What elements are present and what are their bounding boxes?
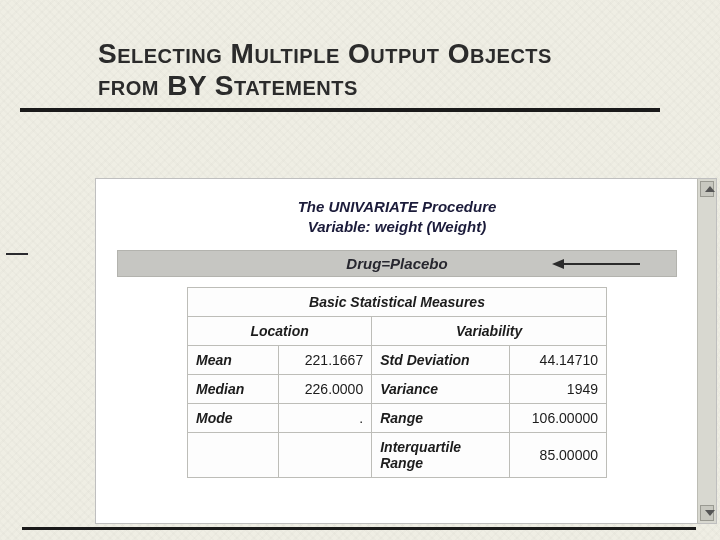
var-label: Interquartile Range bbox=[372, 433, 510, 478]
annotation-arrow-icon bbox=[552, 258, 642, 270]
table-row: Basic Statistical Measures bbox=[188, 288, 607, 317]
output-panel: The UNIVARIATE Procedure Variable: weigh… bbox=[95, 178, 717, 524]
var-label: Std Deviation bbox=[372, 346, 510, 375]
slide-title-line1: Selecting Multiple Output Objects bbox=[98, 38, 720, 70]
table-title: Basic Statistical Measures bbox=[188, 288, 607, 317]
table-row: Median 226.0000 Variance 1949 bbox=[188, 375, 607, 404]
table-row: Mean 221.1667 Std Deviation 44.14710 bbox=[188, 346, 607, 375]
title-divider bbox=[20, 108, 660, 112]
location-header: Location bbox=[188, 317, 372, 346]
scrollbar-down-button[interactable] bbox=[700, 505, 714, 521]
by-group-label: Drug=Placebo bbox=[346, 255, 447, 272]
scrollbar-track[interactable] bbox=[697, 179, 716, 523]
loc-label: Median bbox=[188, 375, 279, 404]
svg-marker-1 bbox=[552, 259, 564, 269]
loc-value: . bbox=[278, 404, 372, 433]
table-row: Interquartile Range 85.00000 bbox=[188, 433, 607, 478]
footer-divider bbox=[22, 527, 696, 530]
var-label: Range bbox=[372, 404, 510, 433]
slide-title-line2: from BY Statements bbox=[98, 70, 720, 102]
var-value: 44.14710 bbox=[510, 346, 607, 375]
loc-label: Mode bbox=[188, 404, 279, 433]
table-row: Location Variability bbox=[188, 317, 607, 346]
var-value: 1949 bbox=[510, 375, 607, 404]
chevron-up-icon bbox=[705, 186, 715, 192]
variable-line: Variable: weight (Weight) bbox=[96, 217, 698, 237]
variability-header: Variability bbox=[372, 317, 607, 346]
by-group-header: Drug=Placebo bbox=[117, 250, 677, 277]
stats-table: Basic Statistical Measures Location Vari… bbox=[187, 287, 607, 478]
var-value: 85.00000 bbox=[510, 433, 607, 478]
scrollbar-up-button[interactable] bbox=[700, 181, 714, 197]
loc-value bbox=[278, 433, 372, 478]
loc-value: 221.1667 bbox=[278, 346, 372, 375]
chevron-down-icon bbox=[705, 510, 715, 516]
slide-title: Selecting Multiple Output Objects from B… bbox=[98, 38, 720, 102]
output-content: The UNIVARIATE Procedure Variable: weigh… bbox=[96, 179, 698, 478]
slide-title-block: Selecting Multiple Output Objects from B… bbox=[0, 0, 720, 102]
var-label: Variance bbox=[372, 375, 510, 404]
table-row: Mode . Range 106.00000 bbox=[188, 404, 607, 433]
var-value: 106.00000 bbox=[510, 404, 607, 433]
loc-value: 226.0000 bbox=[278, 375, 372, 404]
loc-label: Mean bbox=[188, 346, 279, 375]
loc-label bbox=[188, 433, 279, 478]
procedure-title: The UNIVARIATE Procedure bbox=[96, 197, 698, 217]
left-tick-mark bbox=[6, 253, 28, 255]
